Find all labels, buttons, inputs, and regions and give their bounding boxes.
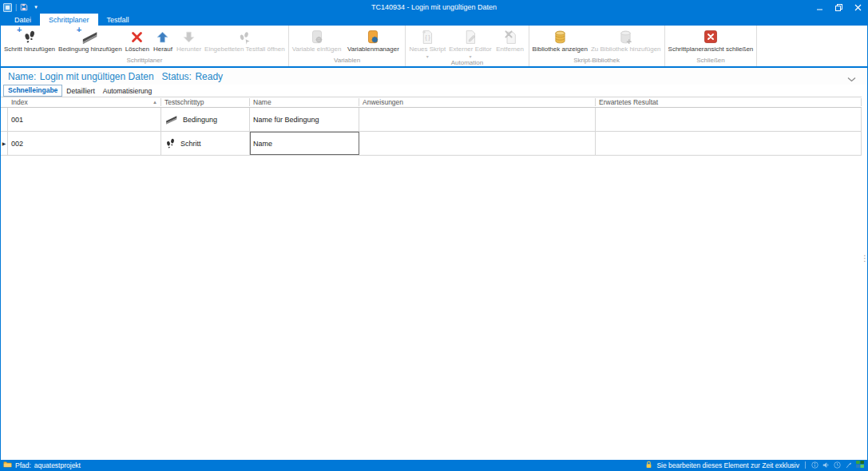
group-label: Schließen [665,57,757,66]
tab-automatisierung[interactable]: Automatisierung [99,86,156,97]
row-marker-cell [1,108,8,131]
button-label: Herauf [153,46,172,53]
save-icon[interactable] [20,3,28,11]
table-header-row: Index ▲ Testschritttyp Name Anweisungen … [1,97,862,108]
group-label: Schrittplaner [1,57,288,66]
remove-script-button: Entfernen [493,27,527,59]
ribbon-tab-strip: Datei Schrittplaner Testfall [1,14,867,26]
button-label: Herunter [176,46,201,53]
move-up-button[interactable]: Herauf [151,27,175,57]
chevron-down-icon[interactable] [847,71,856,85]
app-icon[interactable] [3,3,12,12]
library-add-icon [619,28,632,46]
button-label: Variable einfügen [292,46,342,53]
folder-icon [3,461,12,469]
erwartetes-resultat-cell[interactable] [596,132,862,155]
title-bar: | ▾ TC140934 - Login mit ungültigen Date… [1,1,867,14]
ribbon: + Schritt hinzufügen + Bedingung hinzufü… [1,26,867,68]
column-header-erwartetes-resultat[interactable]: Erwartetes Resultat [596,98,862,106]
close-stepplanner-view-button[interactable]: Schrittplaneransicht schließen [667,27,755,57]
testcase-name-value: Login mit ungültigen Daten [40,71,154,82]
red-x-icon [130,28,144,46]
new-script-icon: { } [421,28,434,46]
view-tab-strip: Schnelleingabe Detailliert Automatisieru… [1,85,867,97]
ribbon-group-schliessen: Schrittplaneransicht schließen Schließen [665,26,758,66]
steptype-cell[interactable]: Schritt [161,132,250,155]
app-window: | ▾ TC140934 - Login mit ungültigen Date… [0,0,868,471]
index-cell[interactable]: 001 [8,108,161,131]
column-header-name[interactable]: Name [250,98,359,106]
info-icon[interactable] [811,461,818,469]
arrow-down-icon [182,28,196,46]
external-editor-icon [464,28,477,46]
column-header-testschritttyp[interactable]: Testschritttyp [161,98,250,106]
condition-icon [164,113,179,125]
close-button[interactable] [848,1,867,14]
group-label: Skript-Bibliothek [529,57,664,66]
tab-schnelleingabe[interactable]: Schnelleingabe [3,85,62,97]
button-label: Löschen [125,46,149,53]
ribbon-group-skript-bibliothek: Bibliothek anzeigen Zu Bibliothek hinzuf… [529,26,665,66]
qat-customize-arrow[interactable]: ▾ [34,4,38,10]
new-script-button: { } Neues Skript ▾ [407,27,447,59]
button-label: Externer Editor [449,46,491,53]
column-header-index[interactable]: Index ▲ [8,98,161,106]
testcase-name-label: Name: [8,71,36,82]
add-step-button[interactable]: + Schritt hinzufügen [2,27,57,57]
table-row: ▶ 002 Schritt Name [1,132,862,156]
table-row: 001 Bedingung Name für Bedingung [1,108,862,132]
name-cell-focused[interactable]: Name [250,132,359,155]
lock-icon [645,461,652,470]
ribbon-group-variablen: Variable einfügen Variablenmanager Varia… [289,26,406,66]
arrow-up-icon [156,28,169,46]
button-label: Entfernen [496,46,524,53]
anweisungen-cell[interactable] [359,108,596,131]
remove-script-icon [504,28,517,46]
button-label: Bibliothek anzeigen [533,46,588,53]
close-view-icon [704,28,718,46]
show-library-button[interactable]: Bibliothek anzeigen [531,27,589,57]
button-label: Zu Bibliothek hinzufügen [591,46,661,53]
path-label: Pfad: [15,461,31,469]
statusbar-divider [805,461,806,469]
panel-splitter-handle[interactable]: ⋮ [861,256,866,261]
index-cell[interactable]: 002 [8,132,161,155]
ribbon-group-automation: { } Neues Skript ▾ Externer Editor ▾ [406,26,529,66]
exclusive-edit-message: Sie bearbeiten dieses Element zur Zeit e… [656,461,799,469]
add-condition-button[interactable]: + Bedingung hinzufügen [57,27,124,57]
footsteps-add-icon: + [22,28,38,46]
tab-datei[interactable]: Datei [6,14,40,26]
tab-testfall[interactable]: Testfall [98,14,138,26]
tools-icon[interactable] [845,461,852,469]
button-label: Neues Skript [409,46,446,53]
current-row-marker-icon: ▶ [1,132,8,155]
minimize-button[interactable] [810,1,829,14]
plugin-status-icon[interactable] [856,461,864,469]
steps-table: Index ▲ Testschritttyp Name Anweisungen … [1,97,862,156]
window-title: TC140934 - Login mit ungültigen Daten [1,3,867,11]
restore-button[interactable] [829,1,848,14]
anweisungen-cell[interactable] [359,132,596,155]
add-to-library-button: Zu Bibliothek hinzufügen [589,27,663,57]
delete-button[interactable]: Löschen [124,27,151,57]
external-editor-button: Externer Editor ▾ [447,27,493,59]
sort-ascending-icon: ▲ [153,100,157,105]
column-header-anweisungen[interactable]: Anweisungen [359,98,596,106]
testcase-status-value: Ready [195,71,223,82]
variable-manager-button[interactable]: Variablenmanager [343,27,403,57]
button-label: Bedingung hinzufügen [58,46,122,53]
insert-variable-button: Variable einfügen [291,27,343,57]
footsteps-icon [164,137,176,149]
path-value: aquatestprojekt [34,461,81,469]
move-down-button: Herunter [175,27,203,57]
quick-access-toolbar: | ▾ [3,3,38,12]
name-cell[interactable]: Name für Bedingung [250,108,359,131]
steptype-cell[interactable]: Bedingung [161,108,250,131]
erwartetes-resultat-cell[interactable] [596,108,862,131]
sound-icon[interactable] [822,461,830,469]
clock-icon[interactable] [834,461,841,469]
tab-detailliert[interactable]: Detailliert [62,86,98,97]
library-database-icon [553,28,567,46]
svg-text:{ }: { } [426,34,430,40]
tab-schrittplaner[interactable]: Schrittplaner [40,14,98,26]
